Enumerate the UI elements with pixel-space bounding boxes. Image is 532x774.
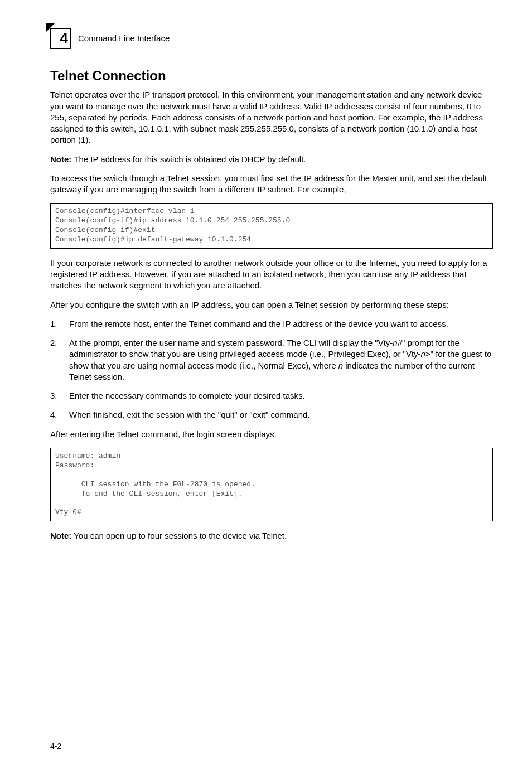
page-footer: 4-2 [50,741,61,752]
note-1: Note: The IP address for this switch is … [50,154,493,165]
list-item: 4. When finished, exit the session with … [50,409,493,420]
step-text: When finished, exit the session with the… [69,410,310,419]
list-item: 1. From the remote host, enter the Telne… [50,318,493,330]
paragraph-3: If your corporate network is connected t… [50,258,493,292]
note-text: The IP address for this switch is obtain… [71,154,306,164]
note-text: You can open up to four sessions to the … [71,531,287,540]
list-item: 3. Enter the necessary commands to compl… [50,390,493,401]
step-number: 3. [50,390,57,401]
paragraph-2: To access the switch through a Telnet se… [50,173,493,196]
note-label: Note: [50,154,71,164]
steps-list: 1. From the remote host, enter the Telne… [50,318,493,421]
page-header: 4 Command Line Interface [50,28,493,49]
code-block-1: Console(config)#interface vlan 1 Console… [50,203,493,249]
chapter-title: Command Line Interface [78,33,170,44]
step-text: From the remote host, enter the Telnet c… [69,319,448,328]
step-text: Enter the necessary commands to complete… [69,391,305,400]
section-title: Telnet Connection [50,67,493,85]
step-number: 1. [50,318,57,330]
step-text: At the prompt, enter the user name and s… [69,338,491,381]
paragraph-5: After entering the Telnet command, the l… [50,429,493,440]
note-label: Note: [50,531,71,540]
chapter-number: 4 [60,28,68,48]
code-block-2: Username: admin Password: CLI session wi… [50,448,493,521]
chapter-box: 4 [50,28,71,49]
step-number: 2. [50,337,57,349]
step-number: 4. [50,409,57,420]
intro-paragraph: Telnet operates over the IP transport pr… [50,89,493,146]
note-2: Note: You can open up to four sessions t… [50,530,493,541]
list-item: 2. At the prompt, enter the user name an… [50,337,493,383]
page-number: 4-2 [50,742,61,751]
paragraph-4: After you configure the switch with an I… [50,299,493,311]
